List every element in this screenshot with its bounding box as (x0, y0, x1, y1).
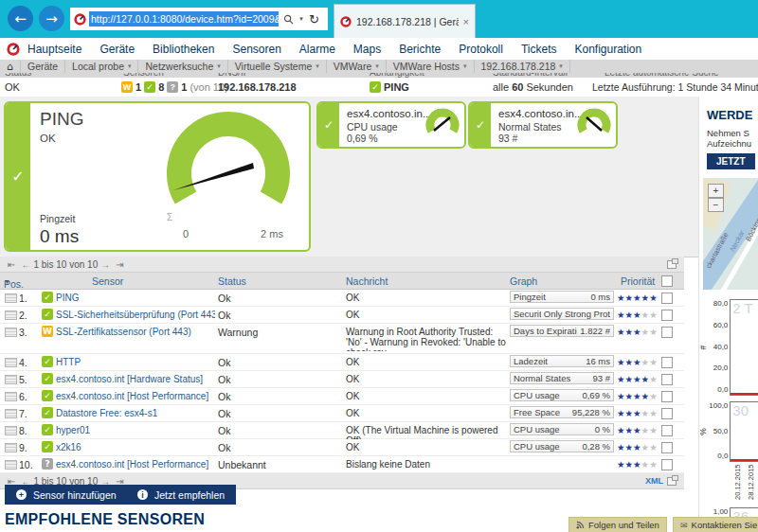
contact-button[interactable]: ✉ Kontaktieren Sie de (673, 517, 758, 532)
drag-handle-icon[interactable] (5, 426, 17, 435)
jetzt-button[interactable]: JETZT (707, 153, 755, 169)
select-all-checkbox[interactable] (661, 275, 673, 287)
drag-handle-icon[interactable] (5, 358, 17, 367)
sensor-graph-cell[interactable]: CPU usage0,69 % (510, 389, 614, 401)
drag-handle-icon[interactable] (5, 375, 17, 384)
mini-chart[interactable]: %100,050,00,030 (699, 401, 758, 462)
star-icon[interactable]: ★ (633, 327, 641, 337)
sensor-name-link[interactable]: esx4.contoso.int [Host Performance] (56, 459, 208, 470)
star-icon[interactable]: ★ (641, 374, 650, 384)
star-icon[interactable]: ★ (649, 327, 658, 337)
star-icon[interactable]: ★ (633, 391, 641, 401)
star-icon[interactable]: ★ (617, 357, 625, 367)
star-icon[interactable]: ★ (633, 374, 641, 384)
breadcrumb-item-192-168-178-218[interactable]: 192.168.178.218▾ (475, 60, 570, 73)
star-icon[interactable]: ★ (633, 357, 641, 367)
priority-stars[interactable]: ★★★★★ (617, 459, 658, 470)
sensor-graph-cell[interactable]: Normal States93 # (510, 372, 614, 384)
star-icon[interactable]: ★ (633, 425, 641, 435)
sensor-name-link[interactable]: PING (56, 293, 79, 303)
sensor-graph-cell[interactable]: Pingzeit0 ms (510, 291, 614, 303)
search-icon[interactable] (283, 14, 294, 25)
browser-tab[interactable]: 192.168.178.218 | Gerät | PR... × (334, 4, 476, 38)
nav-item-berichte[interactable]: Berichte (399, 43, 441, 56)
sensor-graph-cell[interactable]: CPU usage0 % (510, 423, 614, 435)
chevron-down-icon[interactable]: ▼ (298, 16, 304, 22)
drag-handle-icon[interactable] (5, 392, 17, 401)
star-icon[interactable]: ★ (649, 459, 658, 470)
star-icon[interactable]: ★ (641, 293, 650, 303)
nav-item-tickets[interactable]: Tickets (521, 43, 557, 56)
star-icon[interactable]: ★ (617, 391, 625, 401)
nav-item-sensoren[interactable]: Sensoren (232, 43, 280, 56)
star-icon[interactable]: ★ (649, 293, 658, 303)
breadcrumb-item-local-probe[interactable]: Local probe▾ (65, 60, 138, 73)
sensor-graph-cell[interactable]: Days to Expiratio1.822 # (510, 325, 614, 337)
priority-stars[interactable]: ★★★★★ (617, 391, 658, 401)
add-sensor-button[interactable]: + Sensor hinzufügen (5, 485, 128, 505)
drag-handle-icon[interactable] (5, 460, 17, 470)
browser-address-bar[interactable]: http://127.0.0.1:8080/device.htm?id=2009… (70, 8, 328, 30)
breadcrumb-item-netzwerksuche[interactable]: Netzwerksuche▾ (138, 60, 227, 73)
home-icon[interactable]: ⌂ (0, 61, 21, 73)
star-icon[interactable]: ★ (617, 425, 625, 435)
priority-stars[interactable]: ★★★★★ (617, 442, 658, 452)
star-icon[interactable]: ★ (633, 442, 641, 452)
star-icon[interactable]: ★ (617, 442, 625, 452)
row-checkbox[interactable] (661, 442, 673, 453)
star-icon[interactable]: ★ (641, 310, 650, 320)
star-icon[interactable]: ★ (641, 459, 650, 470)
browser-back-button[interactable]: ← (8, 6, 33, 31)
row-checkbox[interactable] (661, 459, 673, 470)
sensor-name-link[interactable]: SSL-Zertifikatssensor (Port 443) (56, 327, 191, 337)
star-icon[interactable]: ★ (617, 408, 625, 418)
sensor-name-link[interactable]: HTTP (56, 357, 81, 367)
breadcrumb-item-virtuelle-systeme[interactable]: Virtuelle Systeme▾ (228, 60, 327, 73)
priority-stars[interactable]: ★★★★★ (617, 327, 658, 337)
row-checkbox[interactable] (661, 310, 673, 321)
drag-handle-icon[interactable] (5, 310, 17, 320)
sensor-name-link[interactable]: Datastore Free: esx4-s1 (56, 408, 157, 418)
star-icon[interactable]: ★ (625, 425, 634, 435)
ping-gauge-panel[interactable]: ✓ PING OK Pingzeit 0 ms Σ 0 2 ms (4, 101, 311, 252)
sensor-graph-cell[interactable]: Ladezeit16 ms (510, 355, 614, 367)
device-dependency[interactable]: ✓PING (370, 81, 412, 93)
normal-states-gauge-panel[interactable]: ✓ esx4.contoso.in... Normal States 93 # (468, 101, 618, 149)
drag-handle-icon[interactable] (5, 443, 17, 452)
sensor-name-link[interactable]: hyper01 (56, 425, 90, 435)
drag-handle-icon[interactable] (5, 409, 17, 418)
col-sensor[interactable]: Sensor (92, 275, 123, 287)
star-icon[interactable]: ★ (625, 442, 634, 452)
location-map[interactable]: ckartastraße Böckinger Stra Neckar + − (703, 178, 758, 290)
star-icon[interactable]: ★ (649, 442, 658, 452)
star-icon[interactable]: ★ (617, 327, 625, 337)
breadcrumb-item-ger-te[interactable]: Geräte (21, 60, 65, 73)
popout-icon[interactable] (667, 477, 677, 486)
star-icon[interactable]: ★ (641, 327, 650, 337)
nav-item-alarme[interactable]: Alarme (299, 43, 335, 56)
star-icon[interactable]: ★ (633, 408, 641, 418)
row-checkbox[interactable] (661, 391, 673, 402)
last-page-icon[interactable]: ⇥ (116, 259, 123, 270)
nav-item-hauptseite[interactable]: Hauptseite (27, 43, 81, 56)
star-icon[interactable]: ★ (625, 391, 634, 401)
map-zoom-in-button[interactable]: + (708, 184, 724, 198)
sensor-graph-cell[interactable]: CPU usage0,28 % (510, 440, 614, 452)
nav-item-konfiguration[interactable]: Konfiguration (574, 43, 641, 56)
col-status[interactable]: Status (218, 275, 246, 287)
star-icon[interactable]: ★ (625, 327, 634, 337)
breadcrumb-item-vmware-hosts[interactable]: VMWare Hosts▾ (387, 60, 475, 73)
popout-icon[interactable] (667, 260, 677, 269)
priority-stars[interactable]: ★★★★★ (617, 408, 658, 418)
sensor-name-link[interactable]: x2k16 (56, 442, 81, 452)
sensor-graph-cell[interactable]: Free Space95,228 % (510, 406, 614, 418)
star-icon[interactable]: ★ (641, 442, 650, 452)
star-icon[interactable]: ★ (625, 408, 634, 418)
col-priority[interactable]: Priorität (621, 275, 655, 287)
sensor-name-link[interactable]: SSL-Sicherheitsüberprüfung (Port 443) (56, 310, 215, 320)
xml-export-link[interactable]: XML (645, 476, 663, 486)
follow-share-button[interactable]: Folgen und Teilen (568, 517, 667, 532)
star-icon[interactable]: ★ (617, 374, 625, 384)
star-icon[interactable]: ★ (633, 310, 641, 320)
url-text[interactable]: http://127.0.0.1:8080/device.htm?id=2009… (89, 11, 279, 27)
